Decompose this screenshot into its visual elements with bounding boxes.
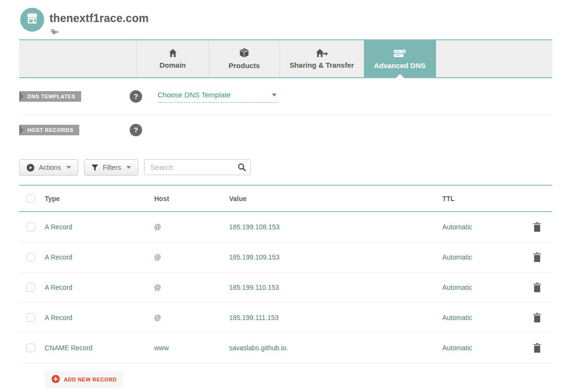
record-type[interactable]: A Record	[45, 284, 154, 291]
table-footer: ADD NEW RECORD	[19, 363, 552, 392]
delete-record-button[interactable]	[532, 342, 542, 354]
trash-icon	[533, 343, 541, 353]
tabbar-spacer	[19, 40, 137, 77]
trash-icon	[533, 252, 541, 262]
tab-advanced-dns[interactable]: Advanced DNS	[364, 40, 436, 77]
record-type[interactable]: A Record	[45, 253, 154, 261]
record-host[interactable]: @	[154, 284, 229, 291]
record-value[interactable]: 185.199.110.153	[229, 284, 442, 291]
host-records-section: HOST RECORDS ?	[19, 115, 552, 147]
tab-label: Domain	[159, 61, 186, 69]
house-icon	[168, 48, 178, 58]
column-header-value: Value	[229, 195, 442, 202]
dns-templates-badge: DNS TEMPLATES	[19, 91, 81, 102]
funnel-icon	[91, 164, 98, 171]
host-records-help-icon[interactable]: ?	[130, 124, 142, 136]
page-content: thenextf1race.com Domain	[19, 0, 552, 392]
record-host[interactable]: @	[154, 314, 229, 321]
dns-templates-section: DNS TEMPLATES ? Choose DNS Template	[19, 78, 552, 115]
page-title: thenextf1race.com	[49, 8, 149, 29]
host-records-table: Type Host Value TTL A Record @ 185.199.1…	[19, 185, 552, 392]
filters-button-label: Filters	[103, 164, 121, 171]
chevron-down-icon	[272, 94, 277, 96]
delete-record-button[interactable]	[532, 221, 542, 233]
record-ttl[interactable]: Automatic	[442, 314, 529, 321]
domain-title-block: thenextf1race.com	[49, 8, 149, 37]
record-value[interactable]: 185.199.109.153	[229, 253, 442, 261]
record-host[interactable]: @	[154, 223, 229, 231]
play-circle-icon	[26, 164, 35, 172]
add-tag-icon[interactable]	[50, 29, 59, 37]
dns-template-dropdown[interactable]: Choose DNS Template	[158, 91, 278, 103]
trash-icon	[533, 313, 541, 322]
tabbar-filler	[436, 40, 552, 77]
tab-sharing-transfer[interactable]: Sharing & Transfer	[280, 40, 364, 77]
storefront-icon	[25, 12, 39, 27]
record-value[interactable]: 185.199.108.153	[229, 223, 442, 231]
search-box	[144, 159, 251, 175]
row-checkbox[interactable]	[26, 344, 35, 352]
actions-button-label: Actions	[39, 164, 61, 171]
dns-template-dropdown-label: Choose DNS Template	[158, 91, 231, 99]
record-value[interactable]: 185.199.111.153	[229, 314, 442, 321]
column-header-host: Host	[154, 195, 229, 202]
plus-circle-icon	[51, 375, 60, 385]
table-header-row: Type Host Value TTL	[19, 186, 552, 212]
box-icon	[239, 48, 249, 58]
domain-tabbar: Domain Products Sharing & Transfer	[19, 39, 552, 78]
domain-header: thenextf1race.com	[19, 0, 552, 39]
filters-button[interactable]: Filters	[84, 159, 138, 176]
column-header-ttl: TTL	[442, 195, 529, 202]
record-ttl[interactable]: Automatic	[442, 284, 529, 291]
tab-domain[interactable]: Domain	[137, 40, 209, 77]
column-header-type: Type	[45, 195, 154, 202]
record-ttl[interactable]: Automatic	[442, 223, 529, 231]
host-records-badge-label: HOST RECORDS	[27, 127, 73, 133]
search-input[interactable]	[144, 159, 251, 175]
record-type[interactable]: A Record	[45, 314, 154, 321]
row-checkbox[interactable]	[26, 283, 35, 292]
row-checkbox[interactable]	[26, 253, 35, 261]
dns-server-icon	[394, 48, 406, 58]
table-row: A Record @ 185.199.109.153 Automatic	[19, 242, 552, 273]
dns-templates-badge-label: DNS TEMPLATES	[27, 94, 75, 99]
actions-button[interactable]: Actions	[19, 159, 78, 176]
records-toolbar: Actions Filters	[19, 159, 552, 176]
table-row: A Record @ 185.199.110.153 Automatic	[19, 273, 552, 303]
record-host[interactable]: www	[154, 344, 229, 352]
record-ttl[interactable]: Automatic	[442, 253, 529, 261]
record-ttl[interactable]: Automatic	[442, 344, 529, 352]
select-all-checkbox[interactable]	[26, 194, 35, 203]
search-icon[interactable]	[238, 163, 246, 173]
row-checkbox[interactable]	[26, 313, 35, 322]
tab-label: Products	[229, 61, 260, 70]
table-row: CNAME Record www savaslabs.github.io. Au…	[19, 333, 552, 363]
delete-record-button[interactable]	[532, 312, 542, 323]
tab-label: Advanced DNS	[374, 61, 426, 70]
transfer-house-icon	[316, 48, 328, 58]
record-type[interactable]: CNAME Record	[45, 344, 154, 352]
tab-products[interactable]: Products	[209, 40, 280, 77]
trash-icon	[533, 222, 541, 232]
dns-templates-help-icon[interactable]: ?	[130, 90, 142, 103]
chevron-down-icon	[126, 166, 131, 169]
delete-record-button[interactable]	[532, 251, 542, 263]
record-value[interactable]: savaslabs.github.io.	[229, 344, 442, 352]
record-host[interactable]: @	[154, 253, 229, 261]
add-new-record-label: ADD NEW RECORD	[64, 377, 117, 382]
table-row: A Record @ 185.199.108.153 Automatic	[19, 212, 552, 242]
table-row: A Record @ 185.199.111.153 Automatic	[19, 303, 552, 333]
trash-icon	[533, 283, 541, 292]
host-records-badge: HOST RECORDS	[19, 125, 79, 135]
row-checkbox[interactable]	[26, 223, 35, 231]
tab-label: Sharing & Transfer	[290, 61, 354, 69]
add-new-record-button[interactable]: ADD NEW RECORD	[45, 371, 123, 388]
domain-avatar	[20, 8, 44, 32]
record-type[interactable]: A Record	[45, 223, 154, 231]
delete-record-button[interactable]	[532, 282, 542, 293]
chevron-down-icon	[66, 166, 71, 169]
